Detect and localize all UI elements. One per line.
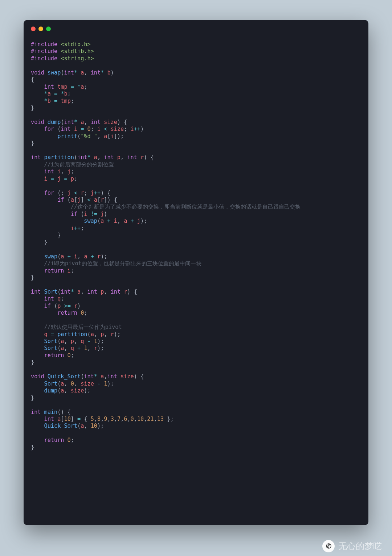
code-block: #include <stdio.h> #include <stdlib.h> #…: [24, 30, 368, 458]
window-titlebar: [31, 27, 51, 31]
minimize-dot-icon[interactable]: [38, 27, 43, 31]
code-window: #include <stdio.h> #include <stdlib.h> #…: [24, 20, 368, 525]
close-dot-icon[interactable]: [31, 27, 36, 31]
wechat-icon: ✆: [322, 540, 335, 552]
watermark: ✆ 无心的梦呓: [322, 540, 382, 552]
watermark-text: 无心的梦呓: [338, 540, 382, 552]
zoom-dot-icon[interactable]: [46, 27, 51, 31]
